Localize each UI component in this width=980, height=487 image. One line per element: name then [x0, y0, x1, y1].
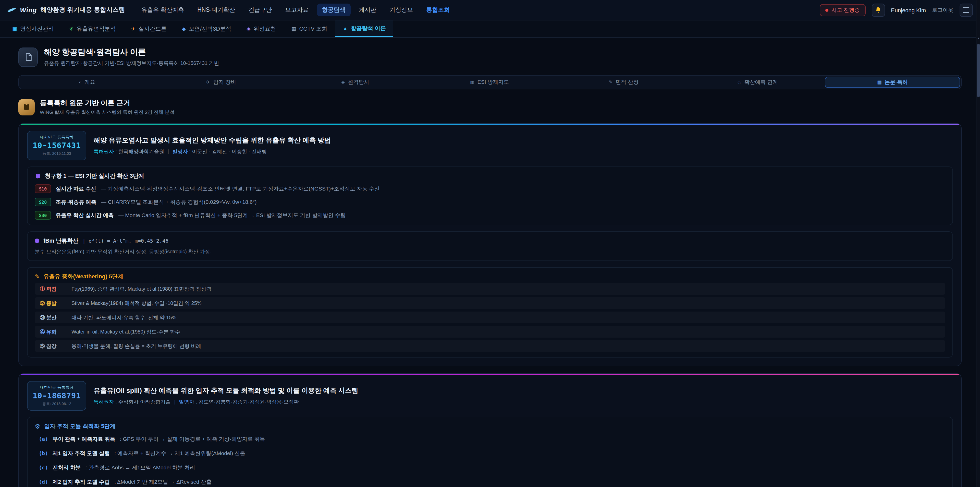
pill-area-calc[interactable]: ✎ 면적 산정 [557, 77, 691, 88]
tab-image-photo-management[interactable]: ▣ 영상사진관리 [5, 21, 61, 37]
hamburger-icon [963, 7, 969, 8]
fbm-dot-icon [35, 238, 39, 243]
app-window: Wing 해양환경 위기대응 통합시스템 유출유 확산예측 HNS·대기확산 긴… [0, 0, 980, 487]
incident-dot-icon [825, 8, 829, 11]
theory-icon: ▲ [342, 26, 348, 31]
fbm-formula: | σ²(t) = A·t^m, m=0.45~2.46 [83, 238, 169, 244]
patent-reg-date: 등록: 2018.06.12 [42, 401, 71, 407]
claim-panel: 청구항 1 — ESI 기반 실시간 확산 3단계 S10 실시간 자료 수신 … [27, 166, 953, 225]
user-name: Eunjeong Kim [891, 7, 926, 13]
page-title: 해양 항공탐색·원격탐사 이론 [44, 47, 219, 58]
optimization-panel: ⚙ 입자 추적 모듈 최적화 5단계 (a) 부이 관측 + 예측자료 취득 :… [27, 417, 953, 487]
weathering-row: ① 퍼짐 Fay(1969): 중력-관성력, Mackay et al.(19… [35, 283, 945, 295]
pill-overview[interactable]: ◐ 개요 [20, 77, 154, 88]
tab-realtime-drone[interactable]: ✈ 실시간드론 [124, 21, 174, 37]
tab-oil-area-analysis[interactable]: ✳ 유출유면적분석 [62, 21, 123, 37]
incident-status-badge[interactable]: 사고 진행중 [820, 4, 865, 16]
optimization-title: 입자 추적 모듈 최적화 5단계 [45, 422, 116, 430]
claim-book-icon [35, 173, 41, 179]
cctv-icon: ▦ [291, 26, 296, 32]
patent-title: 유출유(Oil spill) 확산 예측을 위한 입자 추적 모듈 최적화 방법… [94, 386, 358, 395]
patent-card-header: 대한민국 등록특허 10-1868791 등록: 2018.06.12 유출유(… [27, 381, 953, 410]
section-subtitle: WING 탑재 유출유 확산예측 시스템의 특허 원전 2건 전체 분석 [40, 109, 175, 116]
scroll-up-arrow-icon[interactable]: ▲ [977, 37, 980, 40]
optimization-step-row: (b) 제1 입자 추적 모델 실행 : 예측자료 + 확산계수 → 제1 예측… [35, 448, 945, 459]
nav-item-weather-info[interactable]: 기상정보 [385, 3, 418, 16]
pencil-icon: ✎ [35, 273, 39, 280]
papers-patents-icon: ▤ [877, 80, 881, 85]
tab-label: 항공탐색 이론 [351, 24, 386, 32]
tab-aerial-search-theory[interactable]: ▲ 항공탐색 이론 [335, 21, 393, 37]
claim-row: S30 유출유 확산 실시간 예측 — Monte Carlo 입자추적 + f… [35, 211, 945, 220]
book-icon [18, 99, 35, 115]
camera-icon: ▣ [12, 26, 17, 32]
logo-text: 해양환경 위기대응 통합시스템 [41, 6, 125, 14]
logout-link[interactable]: 로그아웃 [932, 6, 953, 14]
pill-detection-equipment[interactable]: ✈ 탐지 장비 [154, 77, 288, 88]
detection-equipment-icon: ✈ [206, 80, 210, 85]
main-content: 해양 항공탐색·원격탐사 이론 유출유 원격탐지·항공감시 기반·ESI 방제정… [0, 38, 980, 487]
page-subtitle: 유출유 원격탐지·항공감시 기반·ESI 방제정보지도·등록특허 10-1567… [44, 60, 219, 67]
weathering-row: ② 증발 Stiver & Mackay(1984) 해석적 방법, 수일~10… [35, 297, 945, 309]
fbm-desc: 분수 브라운운동(fBm) 기반 무작위 확산거리 생성, 등방성(isotro… [35, 248, 945, 255]
wing-logo-icon [7, 7, 16, 13]
tab-pollution-ship-3d[interactable]: ◆ 오염/선박3D분석 [175, 21, 239, 37]
patent-card-1868791: 대한민국 등록특허 10-1868791 등록: 2018.06.12 유출유(… [18, 374, 962, 487]
pill-esi-map[interactable]: ▦ ESI 방제지도 [422, 77, 557, 88]
patent-meta: 특허권자 : 한국해양과학기술원 | 발명자 : 이문진 · 김혜진 · 이승현… [94, 148, 331, 155]
prediction-link-icon: ◇ [738, 80, 741, 85]
claim-row: S10 실시간 자료 수신 — 기상예측시스템·위성영상수신시스템·검조소 인터… [35, 184, 945, 193]
weathering-row: ④ 유화 Water-in-oil, Mackay et al.(1980) 점… [35, 326, 945, 338]
tab-label: 유출유면적분석 [76, 25, 116, 33]
section-title: 등록특허 원문 기반 이론 근거 [40, 99, 175, 108]
page-icon [18, 47, 38, 67]
patent-reg-date: 등록: 2015.11.03 [42, 151, 71, 156]
nav-item-aerial-search[interactable]: 항공탐색 [317, 3, 351, 16]
tab-cctv-view[interactable]: ▦ CCTV 조회 [284, 21, 334, 37]
esi-map-icon: ▦ [470, 80, 474, 85]
patent-meta: 특허권자 : 주식회사 아라종합기술 | 발명자 : 김도연·김봉혁·김종기·김… [94, 398, 358, 406]
tab-label: 영상사진관리 [20, 25, 54, 33]
nav-item-emergency-rescue[interactable]: 긴급구난 [243, 3, 277, 16]
sub-tab-bar: ▣ 영상사진관리 ✳ 유출유면적분석 ✈ 실시간드론 ◆ 오염/선박3D분석 ◈… [0, 21, 980, 38]
patent-card-1567431: 대한민국 등록특허 10-1567431 등록: 2015.11.03 해양 유… [18, 123, 962, 366]
remote-sensing-icon: ◈ [341, 80, 345, 85]
overview-icon: ◐ [79, 80, 81, 85]
patent-number: 10-1868791 [33, 391, 81, 401]
pill-papers-patents[interactable]: ▤ 논문·특허 [825, 77, 960, 88]
patent-title: 해양 유류오염사고 발생시 효율적인 방제방안 수립을 위한 유출유 확산 예측… [94, 136, 331, 145]
tab-label: 오염/선박3D분석 [189, 25, 231, 33]
logo-mark: Wing [20, 6, 37, 14]
nav-item-reports[interactable]: 보고자료 [280, 3, 314, 16]
area-analysis-icon: ✳ [69, 26, 73, 32]
step-badge: S10 [35, 184, 51, 193]
pill-prediction-link[interactable]: ◇ 확산예측 연계 [691, 77, 825, 88]
drone-icon: ✈ [131, 26, 135, 32]
app-logo[interactable]: Wing 해양환경 위기대응 통합시스템 [7, 6, 125, 14]
hamburger-menu-button[interactable] [959, 3, 973, 17]
nav-item-board[interactable]: 게시판 [354, 3, 382, 16]
fbm-panel: fBm 난류확산 | σ²(t) = A·t^m, m=0.45~2.46 분수… [27, 232, 953, 261]
tab-label: CCTV 조회 [299, 25, 327, 33]
tab-label: 실시간드론 [138, 25, 166, 33]
patent-number-badge: 대한민국 등록특허 10-1567431 등록: 2015.11.03 [27, 131, 86, 160]
nav-item-oil-spill-prediction[interactable]: 유출유 확산예측 [136, 3, 189, 16]
notification-bell-button[interactable] [872, 3, 885, 17]
patent-number: 10-1567431 [33, 141, 81, 150]
bell-icon [875, 6, 881, 13]
vertical-scrollbar[interactable]: ▲ [976, 0, 980, 487]
navbar-right: 사고 진행중 Eunjeong Kim 로그아웃 [820, 3, 973, 17]
patent-number-badge: 대한민국 등록특허 10-1868791 등록: 2018.06.12 [27, 381, 86, 410]
step-badge: S20 [35, 198, 51, 206]
weathering-title: 유출유 풍화(Weathering) 5단계 [43, 273, 123, 280]
weathering-panel: ✎ 유출유 풍화(Weathering) 5단계 ① 퍼짐 Fay(1969):… [27, 267, 953, 358]
scrollbar-thumb[interactable] [977, 44, 980, 97]
claim-title: 청구항 1 — ESI 기반 실시간 확산 3단계 [45, 172, 144, 180]
navbar-left: Wing 해양환경 위기대응 통합시스템 유출유 확산예측 HNS·대기확산 긴… [7, 3, 455, 16]
weathering-row: ⑤ 침강 용해·미생물 분해, 질량 손실률 = 초기 누유량에 선형 비례 [35, 340, 945, 352]
theory-section-nav: ◐ 개요 ✈ 탐지 장비 ◈ 원격탐사 ▦ ESI 방제지도 ✎ 면적 산정 ◇… [18, 75, 962, 89]
nav-item-hns-air-diffusion[interactable]: HNS·대기확산 [192, 3, 240, 16]
tab-satellite-request[interactable]: ◈ 위성요청 [239, 21, 283, 37]
nav-item-integrated-search[interactable]: 통합조회 [422, 3, 455, 16]
pill-remote-sensing[interactable]: ◈ 원격탐사 [288, 77, 422, 88]
